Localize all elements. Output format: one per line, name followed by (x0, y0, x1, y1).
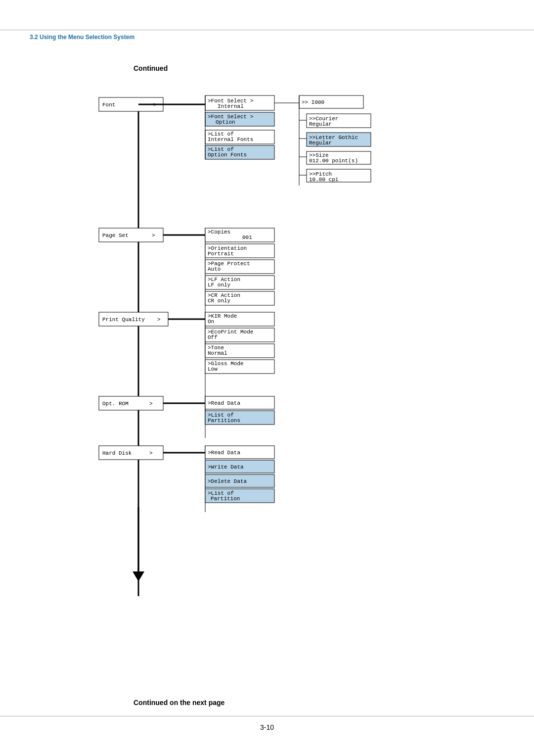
svg-text:Partition: Partition (211, 496, 240, 502)
svg-text:Page Set: Page Set (102, 233, 129, 238)
continued-top-label: Continued (134, 64, 168, 72)
bottom-border (0, 716, 534, 716)
svg-text:Print Quality: Print Quality (102, 317, 145, 323)
top-border (0, 30, 534, 30)
continued-bottom-label: Continued on the next page (134, 699, 224, 707)
svg-text:Normal: Normal (208, 350, 227, 356)
svg-text:Regular: Regular (309, 140, 332, 146)
svg-text:>Read Data: >Read Data (208, 400, 240, 406)
svg-text:>Delete Data: >Delete Data (208, 478, 247, 484)
svg-text:>Read Data: >Read Data (208, 450, 240, 456)
svg-text:CR only: CR only (208, 298, 231, 304)
svg-text:Font: Font (102, 102, 115, 108)
svg-text:Internal: Internal (218, 103, 244, 109)
svg-text:>: > (157, 317, 161, 323)
page-wrapper: 3.2 Using the Menu Selection System Cont… (0, 0, 534, 756)
svg-text:Option: Option (216, 119, 235, 125)
section-title: 3.2 Using the Menu Selection System (30, 34, 134, 41)
svg-text:Auto: Auto (208, 266, 221, 272)
svg-text:Option Fonts: Option Fonts (208, 152, 247, 158)
svg-text:Regular: Regular (309, 121, 332, 127)
svg-text:Internal Fonts: Internal Fonts (208, 137, 253, 142)
svg-text:Portrait: Portrait (208, 251, 234, 257)
svg-text:>: > (149, 401, 153, 407)
svg-text:Low: Low (208, 366, 218, 372)
svg-text:001: 001 (242, 235, 252, 240)
svg-text:LF only: LF only (208, 282, 231, 288)
svg-text:>: > (152, 233, 155, 238)
svg-text:On: On (208, 319, 214, 325)
svg-marker-101 (133, 571, 144, 581)
svg-text:>Copies: >Copies (208, 229, 230, 235)
svg-text:Opt. ROM: Opt. ROM (102, 401, 129, 407)
svg-text:>Write Data: >Write Data (208, 464, 244, 470)
svg-text:Partitions: Partitions (208, 418, 240, 424)
page-number: 3-10 (260, 723, 274, 731)
diagram-svg: Font > >Font Select > Internal >Font Sel… (74, 77, 470, 670)
svg-text:10.00 cpi: 10.00 cpi (309, 177, 339, 183)
svg-text:Hard Disk: Hard Disk (102, 450, 132, 456)
svg-text:>: > (149, 450, 153, 456)
svg-text:012.00 point(s): 012.00 point(s) (309, 158, 358, 164)
svg-text:Off: Off (208, 334, 218, 340)
svg-text:>> I000: >> I000 (302, 99, 324, 105)
